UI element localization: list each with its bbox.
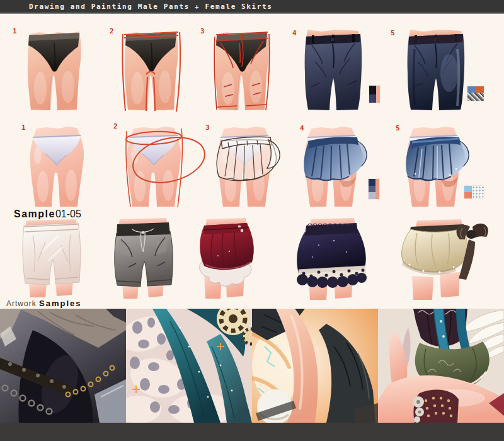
male-step-number-1: 1 [13,27,17,35]
male-pants-step-2-illustration [105,24,199,113]
female-step-number-4: 4 [300,124,304,132]
male-step-number-5: 5 [391,29,395,37]
sample-5-cream-skirt-black-bow [379,217,494,301]
palette-pants-final [467,86,484,101]
male-step-number-2: 2 [110,27,114,35]
palette-skirt-final [464,186,484,198]
palette-pants-flat [369,86,380,103]
artwork-panel-4 [378,309,504,423]
female-skirt-step-2-illustration [107,120,202,209]
female-skirt-step-3-illustration [198,120,292,209]
artwork-panel-2 [126,309,252,423]
title-bar: Drawing and Painting Male Pants + Female… [0,0,504,14]
female-step-number-2: 2 [113,122,118,130]
skirt-lineart [217,137,280,181]
sample-3-red-frill-miniskirt [185,217,265,301]
artwork-samples-label: Artwork Samples [6,299,82,308]
footer-bar [0,423,504,441]
page-title: Drawing and Painting Male Pants + Female… [29,3,272,11]
female-step-number-1: 1 [21,123,26,132]
male-step-number-4: 4 [292,29,297,37]
sample-4-navy-polkadot-skirt [281,217,382,301]
female-step-number-5: 5 [396,124,400,132]
artwork-panel-3 [252,309,378,423]
male-pants-step-4-illustration [287,24,381,113]
female-skirt-step-1-illustration [10,120,105,209]
female-step-number-3: 3 [205,123,210,132]
noise-texture-swatch [467,93,484,101]
sample-1-white-boxer-shorts [8,217,96,301]
studded-boot [413,390,459,423]
sample-2-gray-drawstring-shorts [100,217,188,301]
palette-skirt-flat [369,179,379,199]
male-pants-step-1-illustration [8,24,102,113]
female-skirt-step-4-illustration [285,120,379,209]
male-step-number-3: 3 [200,27,205,35]
artwork-panel-1 [0,309,126,423]
tutorial-poster: Drawing and Painting Male Pants + Female… [0,0,504,441]
male-pants-step-3-illustration [195,24,290,113]
speckle-texture-swatch [472,186,484,198]
samples-label: Sample01-05 [14,209,81,220]
